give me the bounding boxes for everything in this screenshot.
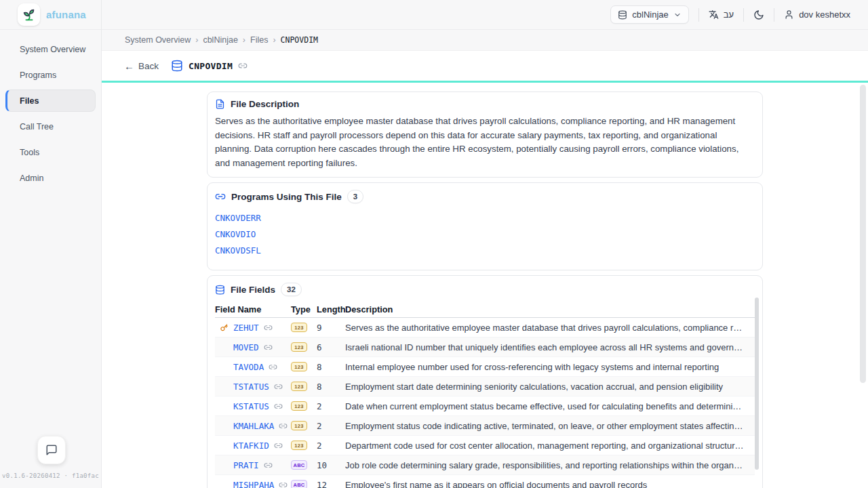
sprout-icon [22,7,37,22]
back-label: Back [138,61,159,71]
fields-table-body: ZEHUT 123 9 Serves as the authoritative … [215,318,755,488]
field-name-link[interactable]: KMAHLAKA [233,421,274,431]
link-icon[interactable] [274,441,283,450]
field-name-link[interactable]: TSTATUS [233,382,269,392]
brand-header: afunana [0,0,101,30]
field-table-row: ZEHUT 123 9 Serves as the authoritative … [215,318,755,338]
language-label: עב [724,9,734,20]
card-title: File Fields [231,285,275,295]
link-icon[interactable] [279,422,288,430]
fields-count-badge: 32 [281,283,302,296]
page-scrollbar-thumb[interactable] [860,85,866,383]
program-link[interactable]: CNKOVDSFL [215,243,261,259]
chat-bubble-icon [45,444,58,456]
link-icon[interactable] [264,323,273,332]
topbar-divider [743,8,744,22]
key-icon [220,324,228,331]
program-link[interactable]: CNKOVDERR [215,210,261,226]
link-icon[interactable] [264,461,273,470]
card-title: Programs Using This File [231,192,342,202]
field-description: Israeli national ID number that uniquely… [345,342,755,352]
field-name-link[interactable]: PRATI [233,460,259,470]
sidebar-item-label: Programs [20,70,56,80]
file-description-text: Serves as the authoritative employee mas… [215,115,755,170]
field-length: 12 [317,480,345,488]
field-name-link[interactable]: KTAFKID [233,441,269,451]
field-description: Serves as the authoritative employee mas… [345,323,755,333]
programs-card: Programs Using This File 3 CNKOVDERR CNK… [207,182,763,270]
breadcrumb-separator: › [243,35,245,45]
programs-count-badge: 3 [347,190,363,203]
page-scrollbar[interactable] [860,85,866,488]
field-length: 2 [317,421,345,431]
user-menu[interactable]: dov keshetxx [784,9,850,20]
programs-list: CNKOVDERR CNKOVDIO CNKOVDSFL [215,209,755,263]
field-description: Employment start date determining senior… [345,382,755,392]
field-description: Date when current employment status beca… [345,401,755,411]
breadcrumb-item: cblNinjae › [203,35,250,45]
field-name-link[interactable]: MISHPAHA [233,480,274,488]
field-type-badge: 123 [291,441,307,450]
breadcrumb-separator: › [195,35,198,45]
field-type-badge: 123 [291,421,307,430]
fields-table-header: Field Name Type Length Description [215,302,755,318]
field-description: Job role code determining salary grade, … [345,460,755,470]
app-logo[interactable] [18,3,40,26]
field-type-badge: 123 [291,342,307,352]
link-icon[interactable] [279,481,288,488]
link-icon[interactable] [269,363,277,371]
page-header: ← Back CNPOVDIM [102,51,868,81]
col-length: Length [317,304,345,314]
topbar-divider [698,8,699,22]
breadcrumb-link[interactable]: System Overview [125,35,191,45]
database-icon [171,60,183,72]
sidebar-item[interactable]: Tools [5,141,96,163]
link-icon[interactable] [274,402,283,411]
field-table-row: PRATI ABC 10 Job role code determining s… [215,455,755,475]
arrow-left-icon: ← [124,61,134,71]
language-toggle[interactable]: עב [709,9,734,20]
col-field-name: Field Name [215,304,291,314]
field-name-link[interactable]: MOVED [233,342,259,352]
field-length: 8 [317,382,345,392]
link-icon [215,191,226,202]
system-selector[interactable]: cblNinjae [610,5,688,24]
sidebar-item[interactable]: Admin [5,167,96,189]
breadcrumb-link[interactable]: cblNinjae [203,35,237,45]
field-type-badge: ABC [291,460,307,470]
breadcrumb-link[interactable]: CNPOVDIM [281,35,318,45]
sidebar-item-label: Tools [20,148,39,157]
database-icon [618,10,627,20]
field-length: 9 [317,323,345,333]
sidebar: afunana System Overview Programs Files C… [0,0,102,488]
sidebar-item[interactable]: Files [5,89,96,112]
file-title-group: CNPOVDIM [171,60,248,72]
field-type-badge: 123 [291,382,307,391]
program-link[interactable]: CNKOVDIO [215,226,256,243]
table-scrollbar-thumb[interactable] [755,298,759,470]
translate-icon [709,9,719,20]
app-version: v0.1.6-20260412 · f1a0fac [0,472,101,479]
sidebar-item[interactable]: System Overview [5,38,96,60]
page-title: CNPOVDIM [189,61,233,71]
card-title: File Description [231,99,299,109]
field-table-row: MISHPAHA ABC 12 Employee's first name as… [215,475,755,488]
chevron-down-icon [673,11,682,19]
field-table-row: KSTATUS 123 2 Date when current employme… [215,396,755,416]
field-type-badge: 123 [291,323,307,332]
chat-button[interactable] [37,436,66,464]
back-button[interactable]: ← Back [124,61,159,71]
sidebar-item[interactable]: Programs [5,64,96,86]
topbar-divider [774,8,774,22]
link-icon[interactable] [238,61,248,70]
field-name-link[interactable]: KSTATUS [233,401,269,411]
sidebar-item[interactable]: Call Tree [5,115,96,138]
field-name-link[interactable]: TAVODA [233,362,264,372]
field-name-link[interactable]: ZEHUT [233,323,259,333]
breadcrumb-link[interactable]: Files [250,35,268,45]
dark-mode-toggle[interactable] [753,9,764,20]
sidebar-item-label: Files [20,96,39,106]
person-icon [784,9,794,20]
link-icon[interactable] [274,382,283,391]
link-icon[interactable] [264,343,273,352]
